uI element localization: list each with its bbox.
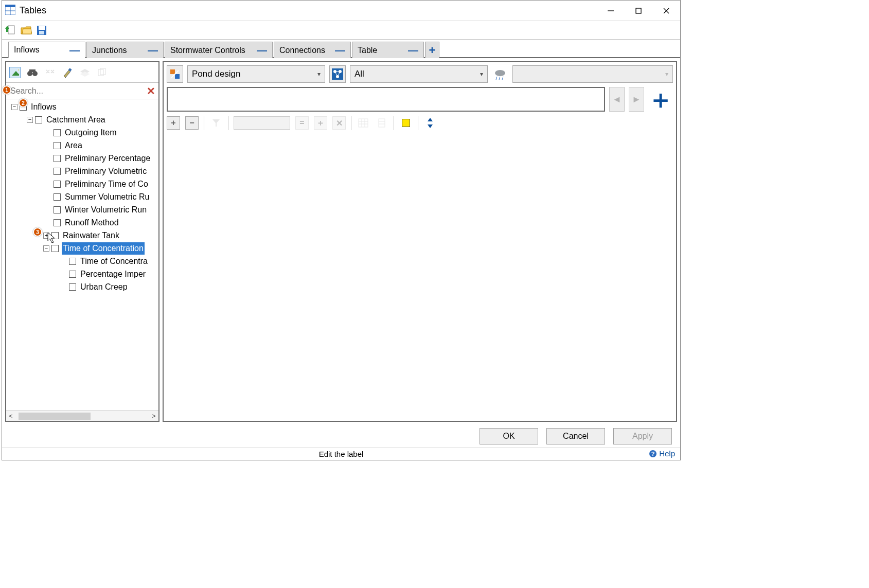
- rainfall-select[interactable]: ▾: [512, 65, 673, 83]
- tree-node-rainwater-tank[interactable]: + Rainwater Tank: [8, 229, 158, 242]
- design-select[interactable]: Pond design ▾: [187, 65, 325, 83]
- design-icon[interactable]: [167, 65, 183, 83]
- main-input-box[interactable]: [167, 87, 605, 112]
- tree-node-summer-vol[interactable]: Summer Volumetric Ru: [8, 190, 158, 203]
- checkbox[interactable]: [69, 258, 76, 265]
- apply-button[interactable]: Apply: [613, 428, 672, 444]
- tab-connections[interactable]: Connections —: [274, 42, 351, 58]
- annotation-badge-3: 3: [33, 227, 42, 237]
- new-icon[interactable]: [5, 25, 16, 36]
- tab-collapse-icon[interactable]: —: [257, 44, 267, 56]
- tab-add-button[interactable]: +: [425, 42, 439, 58]
- open-folder-icon[interactable]: [21, 25, 32, 36]
- tab-stormwater-controls[interactable]: Stormwater Controls —: [165, 42, 273, 58]
- button-label: OK: [503, 432, 515, 441]
- filter-select[interactable]: All ▾: [350, 65, 488, 83]
- divider: [351, 116, 351, 130]
- value-input[interactable]: [234, 116, 290, 130]
- checkbox[interactable]: [54, 142, 61, 149]
- tree-node-time-of-concentration[interactable]: − Time of Concentration: [8, 242, 158, 255]
- tree-node-prelim-toc[interactable]: Preliminary Time of Co: [8, 177, 158, 190]
- collapse-all-button[interactable]: −: [185, 116, 199, 130]
- sort-arrows-icon[interactable]: [423, 116, 437, 130]
- checkbox[interactable]: [54, 181, 61, 188]
- tree-node-prelim-percentage[interactable]: Preliminary Percentage: [8, 152, 158, 165]
- tab-collapse-icon[interactable]: —: [408, 44, 418, 56]
- scroll-left-icon[interactable]: <: [6, 413, 15, 420]
- checkbox[interactable]: [54, 155, 61, 162]
- collapse-icon[interactable]: −: [11, 104, 17, 110]
- close-button[interactable]: [652, 1, 680, 21]
- checkbox[interactable]: [54, 206, 61, 213]
- tree-node-area[interactable]: Area: [8, 139, 158, 152]
- tree-node-prelim-volumetric[interactable]: Preliminary Volumetric: [8, 165, 158, 177]
- arrows-icon: [44, 67, 56, 78]
- tree-node-outgoing-item[interactable]: Outgoing Item: [8, 126, 158, 139]
- tree-node-runoff-method[interactable]: Runoff Method: [8, 216, 158, 229]
- tab-table[interactable]: Table —: [352, 42, 424, 58]
- save-icon[interactable]: [36, 25, 47, 36]
- add-big-button[interactable]: ＋: [648, 87, 673, 112]
- maximize-button[interactable]: [625, 1, 652, 21]
- svg-marker-24: [80, 72, 90, 77]
- divider: [418, 116, 418, 130]
- minimize-button[interactable]: [597, 1, 625, 21]
- tree-node-percentage-imper[interactable]: Percentage Imper: [8, 268, 158, 280]
- tab-collapse-icon[interactable]: —: [69, 44, 80, 56]
- scroll-right-icon[interactable]: >: [149, 413, 158, 420]
- tree-node-catchment-area[interactable]: − Catchment Area: [8, 113, 158, 126]
- svg-line-35: [499, 77, 500, 80]
- collapse-icon[interactable]: −: [27, 117, 33, 123]
- checkbox[interactable]: [54, 129, 61, 136]
- svg-rect-27: [170, 69, 175, 74]
- checkbox[interactable]: [35, 116, 42, 123]
- binoculars-icon[interactable]: [27, 67, 38, 78]
- help-link[interactable]: ? Help: [649, 449, 675, 458]
- clear-search-icon[interactable]: ✕: [147, 85, 155, 97]
- app-icon: [5, 5, 15, 17]
- checkbox[interactable]: [54, 193, 61, 201]
- svg-rect-15: [39, 31, 44, 34]
- help-label: Help: [659, 449, 675, 458]
- next-button[interactable]: ►: [629, 87, 644, 112]
- main-area: ✕ − Inflows − Catchment Area O: [2, 58, 680, 425]
- window-title: Tables: [20, 5, 46, 16]
- tab-inflows[interactable]: Inflows —: [8, 42, 85, 58]
- prev-button[interactable]: ◄: [609, 87, 625, 112]
- ok-button[interactable]: OK: [480, 428, 538, 444]
- map-layers-icon[interactable]: [9, 67, 21, 78]
- search-input[interactable]: [9, 86, 147, 96]
- tree-node-winter-vol[interactable]: Winter Volumetric Run: [8, 203, 158, 216]
- checkbox[interactable]: [54, 168, 61, 175]
- main-toolbar: [2, 21, 680, 40]
- checkbox[interactable]: [69, 271, 76, 278]
- svg-line-34: [496, 77, 497, 80]
- svg-text:?: ?: [651, 451, 655, 457]
- svg-rect-5: [636, 8, 641, 13]
- property-tree[interactable]: − Inflows − Catchment Area Outgoing Item: [6, 99, 158, 411]
- rain-cloud-icon[interactable]: [492, 65, 508, 83]
- scroll-thumb[interactable]: [19, 413, 91, 420]
- help-icon: ?: [649, 450, 657, 458]
- checkbox[interactable]: [54, 219, 61, 226]
- highlight-color-icon[interactable]: [399, 116, 413, 130]
- svg-marker-47: [428, 124, 433, 128]
- svg-marker-50: [48, 233, 55, 243]
- tree-horizontal-scrollbar[interactable]: < >: [6, 411, 158, 421]
- tree-node-urban-creep[interactable]: Urban Creep: [8, 280, 158, 293]
- tree-label: Area: [64, 139, 83, 152]
- network-icon[interactable]: [329, 65, 346, 83]
- tree-label: Preliminary Time of Co: [64, 178, 149, 190]
- checkbox[interactable]: [69, 283, 76, 291]
- tree-node-toc-child1[interactable]: Time of Concentra: [8, 255, 158, 268]
- tab-collapse-icon[interactable]: —: [148, 44, 158, 56]
- cancel-button[interactable]: Cancel: [546, 428, 605, 444]
- tree-node-inflows[interactable]: − Inflows: [8, 100, 158, 113]
- brush-icon[interactable]: [62, 67, 73, 78]
- svg-marker-46: [428, 118, 433, 121]
- expand-all-button[interactable]: +: [167, 116, 180, 130]
- tree-label: Catchment Area: [45, 114, 107, 126]
- tab-collapse-icon[interactable]: —: [335, 44, 345, 56]
- tab-junctions[interactable]: Junctions —: [86, 42, 164, 58]
- button-label: Cancel: [563, 432, 589, 441]
